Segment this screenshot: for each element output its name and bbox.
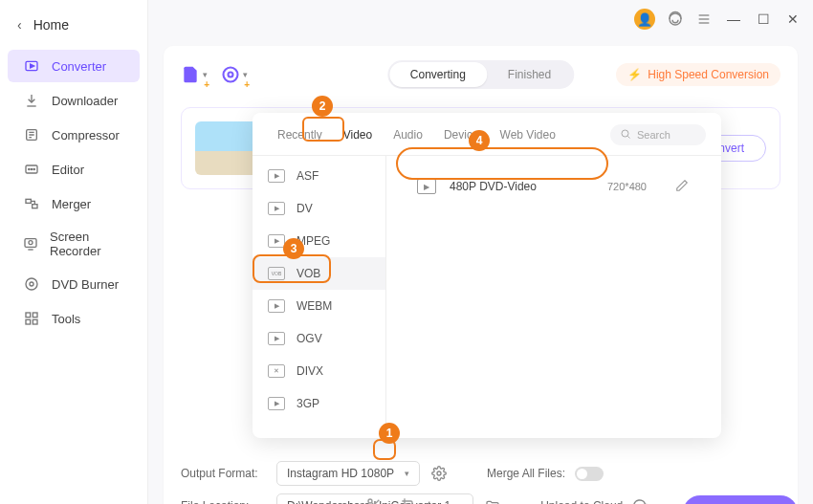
format-icon: ▶	[268, 202, 285, 215]
support-icon[interactable]	[667, 11, 684, 28]
editor-icon	[23, 161, 40, 178]
user-avatar-icon[interactable]: 👤	[634, 9, 655, 30]
svg-point-21	[224, 68, 238, 82]
status-tabs: Converting Finished	[387, 60, 574, 89]
tab-finished[interactable]: Finished	[487, 62, 572, 87]
format-item-vob[interactable]: VOBVOB	[253, 257, 385, 290]
popup-tab-device[interactable]: Device	[434, 122, 489, 147]
popup-body: ▶ASF ▶DV ▶MPEG VOBVOB ▶WEBM ▶OGV ✕DIVX ▶…	[253, 156, 721, 438]
home-label: Home	[33, 17, 69, 33]
converter-icon	[23, 57, 40, 75]
svg-point-16	[30, 282, 33, 286]
svg-point-10	[33, 168, 34, 169]
minimize-button[interactable]: —	[724, 11, 743, 27]
dropdown-caret-icon: ▾	[405, 469, 409, 478]
merge-all-label: Merge All Files:	[487, 467, 565, 480]
svg-point-14	[29, 241, 33, 245]
format-list[interactable]: ▶ASF ▶DV ▶MPEG VOBVOB ▶WEBM ▶OGV ✕DIVX ▶…	[253, 156, 386, 438]
crop-icon[interactable]	[399, 495, 418, 504]
sidebar-item-screen-recorder[interactable]: Screen Recorder	[8, 222, 140, 266]
svg-rect-11	[26, 199, 31, 203]
downloader-icon	[23, 92, 40, 109]
format-search-input[interactable]: Search	[610, 124, 706, 145]
compressor-icon	[23, 126, 40, 143]
upload-cloud-label: Upload to Cloud	[540, 499, 623, 504]
svg-point-22	[229, 73, 233, 77]
popup-tab-audio[interactable]: Audio	[384, 122, 432, 147]
format-item-asf[interactable]: ▶ASF	[253, 160, 385, 192]
preset-area: ▶ 480P DVD-Video 720*480	[386, 156, 721, 438]
popup-tab-web-video[interactable]: Web Video	[491, 122, 565, 147]
file-location-label: File Location:	[181, 499, 267, 504]
output-format-select[interactable]: Instagram HD 1080P ▾	[276, 461, 420, 486]
start-all-button[interactable]: Start All	[683, 495, 798, 504]
svg-point-23	[368, 499, 372, 503]
sidebar-item-compressor[interactable]: Compressor	[8, 119, 140, 151]
file-edit-actions	[364, 495, 418, 504]
popup-tab-recently[interactable]: Recently	[268, 122, 332, 147]
format-item-dv[interactable]: ▶DV	[253, 192, 385, 225]
maximize-button[interactable]: ☐	[755, 11, 773, 27]
svg-rect-18	[33, 313, 37, 318]
preset-play-icon: ▶	[417, 179, 436, 194]
plus-badge-icon: +	[204, 79, 209, 90]
svg-point-9	[31, 168, 32, 169]
sidebar-item-dvd-burner[interactable]: DVD Burner	[8, 268, 140, 300]
svg-rect-13	[25, 239, 36, 248]
format-icon: ▶	[268, 234, 285, 248]
format-item-divx[interactable]: ✕DIVX	[253, 355, 385, 387]
dvd-burner-icon	[23, 275, 40, 293]
format-item-ogv[interactable]: ▶OGV	[253, 322, 385, 355]
output-format-label: Output Format:	[181, 467, 267, 480]
sidebar-item-converter[interactable]: Converter	[8, 50, 140, 82]
format-icon: ▶	[268, 332, 285, 345]
format-item-3gp[interactable]: ▶3GP	[253, 387, 385, 420]
merge-all-toggle[interactable]	[575, 467, 604, 481]
sidebar-item-downloader[interactable]: Downloader	[8, 84, 140, 117]
tab-converting[interactable]: Converting	[389, 62, 487, 87]
output-format-row: Output Format: Instagram HD 1080P ▾ Merg…	[181, 457, 780, 490]
preset-row-480p[interactable]: ▶ 480P DVD-Video 720*480	[404, 169, 704, 204]
bottom-bar: Output Format: Instagram HD 1080P ▾ Merg…	[181, 457, 780, 504]
close-button[interactable]: ✕	[784, 11, 802, 27]
popup-tab-video[interactable]: Video	[334, 122, 382, 147]
svg-point-15	[26, 278, 37, 290]
preset-resolution: 720*480	[607, 181, 647, 192]
high-speed-conversion-button[interactable]: ⚡ High Speed Conversion	[616, 63, 780, 86]
svg-rect-20	[33, 319, 37, 324]
svg-marker-5	[31, 64, 34, 68]
svg-rect-12	[33, 205, 37, 208]
format-icon: ▶	[268, 169, 285, 183]
open-folder-icon[interactable]	[483, 496, 502, 504]
svg-point-26	[622, 130, 628, 137]
sidebar-item-tools[interactable]: Tools	[8, 302, 140, 335]
home-nav[interactable]: ‹ Home	[0, 8, 147, 42]
svg-rect-17	[26, 313, 31, 318]
merger-icon	[23, 195, 40, 212]
sidebar-item-merger[interactable]: Merger	[8, 187, 140, 220]
add-file-button[interactable]: +▾	[181, 61, 208, 88]
format-icon: VOB	[268, 267, 285, 280]
sidebar: ‹ Home Converter Downloader Compressor E…	[0, 0, 148, 504]
add-dvd-button[interactable]: +▾	[221, 61, 248, 88]
toolbar: +▾ +▾ Converting Finished ⚡ High Speed C…	[181, 55, 780, 94]
preset-name: 480P DVD-Video	[450, 180, 537, 193]
sidebar-item-editor[interactable]: Editor	[8, 153, 140, 186]
format-item-webm[interactable]: ▶WEBM	[253, 290, 385, 322]
popup-tabs: Recently Video Audio Device Web Video Se…	[253, 113, 721, 156]
format-icon: ▶	[268, 299, 285, 313]
format-popup: Recently Video Audio Device Web Video Se…	[253, 113, 721, 438]
back-chevron-icon: ‹	[17, 17, 22, 33]
svg-point-25	[437, 471, 441, 475]
output-settings-icon[interactable]	[429, 464, 449, 483]
menu-icon[interactable]	[695, 11, 713, 28]
preset-edit-icon[interactable]	[675, 179, 691, 194]
svg-point-8	[29, 168, 30, 169]
tools-icon	[23, 310, 40, 327]
format-icon: ✕	[268, 364, 285, 378]
format-icon: ▶	[268, 397, 285, 410]
trim-icon[interactable]	[364, 495, 384, 504]
cloud-icon[interactable]	[632, 496, 651, 504]
format-item-mpeg[interactable]: ▶MPEG	[253, 225, 385, 257]
svg-rect-19	[26, 319, 31, 324]
